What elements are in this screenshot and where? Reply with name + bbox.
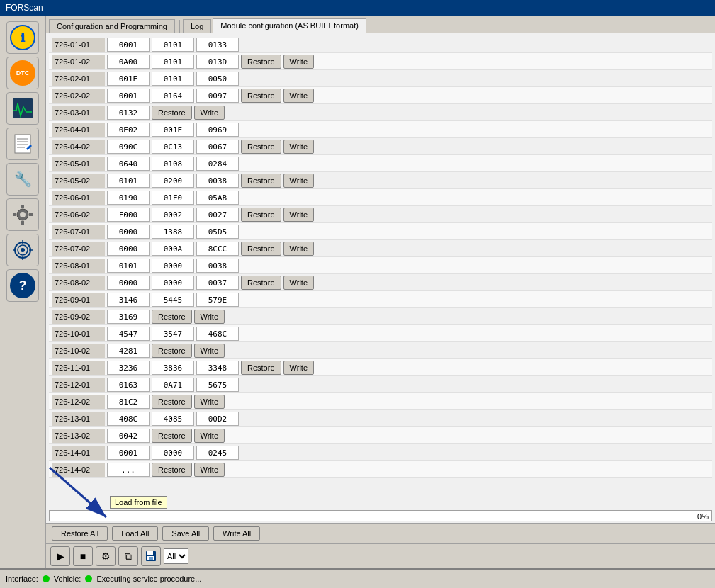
restore-button[interactable]: Restore [241,276,281,290]
cell-col2[interactable]: 3836 [152,361,194,375]
cell-col1[interactable]: 0A00 [107,55,150,69]
restore-button[interactable]: Restore [241,208,281,222]
write-button[interactable]: Write [194,344,225,358]
restore-button[interactable]: Restore [241,55,281,69]
cell-col3[interactable]: 0038 [196,174,239,188]
cell-col1[interactable]: 0190 [107,191,150,205]
write-all-button[interactable]: Write All [213,526,260,541]
sidebar-item-info[interactable]: ℹ [6,21,39,54]
cell-col1[interactable]: 0000 [107,276,150,290]
restore-button[interactable]: Restore [241,361,281,375]
cell-col3[interactable]: 3348 [196,361,239,375]
cell-col1[interactable]: 090C [107,140,150,154]
cell-col3[interactable]: 5675 [196,378,239,392]
cell-col3[interactable]: 0284 [196,157,239,171]
cell-col3[interactable]: 0027 [196,208,239,222]
cell-col3[interactable]: 0097 [196,89,239,103]
cell-col2[interactable]: 0200 [152,174,194,188]
cell-col1[interactable]: 81C2 [107,395,150,409]
restore-button[interactable]: Restore [152,429,192,443]
cell-col2[interactable]: 4085 [152,412,194,426]
cell-col2[interactable]: 0164 [152,89,194,103]
cell-col1[interactable]: F000 [107,208,150,222]
cell-col1[interactable]: 3236 [107,361,150,375]
cell-col3[interactable]: 0133 [196,38,239,52]
write-button[interactable]: Write [283,140,314,154]
tab-log[interactable]: Log [183,19,211,33]
cell-col1[interactable]: 0001 [107,446,150,460]
cell-col3[interactable]: 05D5 [196,225,239,239]
cell-col2[interactable]: 01E0 [152,191,194,205]
save-button2[interactable] [141,546,161,566]
restore-button[interactable]: Restore [152,310,192,324]
cell-col1[interactable]: 0640 [107,157,150,171]
cell-col3[interactable]: 468C [196,327,239,341]
stop-button[interactable]: ■ [73,546,93,566]
cell-col2[interactable]: 0000 [152,446,194,460]
cell-col1[interactable]: 0001 [107,38,150,52]
cell-col1[interactable]: 0101 [107,259,150,273]
cell-col3[interactable]: 05AB [196,191,239,205]
cell-col2[interactable]: 001E [152,123,194,137]
write-button[interactable]: Write [194,310,225,324]
cell-col1[interactable]: 0101 [107,174,150,188]
cell-col2[interactable]: 0101 [152,55,194,69]
settings-button[interactable]: ⚙ [96,546,116,566]
cell-col3[interactable]: 0969 [196,123,239,137]
cell-col1[interactable]: 0001 [107,89,150,103]
write-button[interactable]: Write [194,429,225,443]
cell-col1[interactable]: 0042 [107,429,150,443]
sidebar-item-dtc[interactable]: DTC [6,57,39,89]
cell-col3[interactable]: 0245 [196,446,239,460]
cell-col1[interactable]: 001E [107,72,150,86]
cell-col2[interactable]: 0000 [152,276,194,290]
write-button[interactable]: Write [283,55,314,69]
cell-col2[interactable]: 0101 [152,72,194,86]
write-button[interactable]: Write [194,395,225,409]
sidebar-item-notepad[interactable] [6,128,39,160]
cell-col3[interactable]: 0067 [196,140,239,154]
restore-button[interactable]: Restore [152,344,192,358]
cell-col1[interactable]: 4547 [107,327,150,341]
restore-button[interactable]: Restore [241,89,281,103]
cell-col1[interactable]: 408C [107,412,150,426]
write-button[interactable]: Write [283,174,314,188]
restore-button[interactable]: Restore [152,106,192,120]
sidebar-item-settings[interactable] [6,198,39,231]
cell-col1[interactable]: 0132 [107,106,150,120]
cell-col3[interactable]: 0038 [196,259,239,273]
cell-col2[interactable]: 0002 [152,208,194,222]
write-button[interactable]: Write [194,463,225,477]
sidebar-item-target[interactable] [6,234,39,266]
sidebar-item-help[interactable]: ? [6,269,39,302]
cell-col3[interactable]: 8CCC [196,242,239,256]
cell-col2[interactable]: 0000 [152,259,194,273]
restore-button[interactable]: Restore [152,395,192,409]
write-button[interactable]: Write [283,361,314,375]
cell-col2[interactable]: 0C13 [152,140,194,154]
sidebar-item-wrench[interactable]: 🔧 [6,163,39,196]
cell-col2[interactable]: 0101 [152,38,194,52]
cell-col3[interactable]: 00D2 [196,412,239,426]
tab-config-programming[interactable]: Configuration and Programming [49,19,175,33]
cell-col2[interactable]: 0A71 [152,378,194,392]
cell-col2[interactable]: 000A [152,242,194,256]
cell-col3[interactable]: 0050 [196,72,239,86]
load-all-button[interactable]: Load All [112,526,158,541]
write-button[interactable]: Write [283,208,314,222]
tab-as-built[interactable]: Module configuration (AS BUILT format) [213,18,366,33]
cell-col1[interactable]: 0000 [107,225,150,239]
cell-col1[interactable]: 3169 [107,310,150,324]
write-button[interactable]: Write [194,106,225,120]
cell-col2[interactable]: 5445 [152,293,194,307]
restore-button[interactable]: Restore [241,174,281,188]
cell-col3[interactable]: 0037 [196,276,239,290]
restore-all-button[interactable]: Restore All [52,526,108,541]
filter-select[interactable]: All [164,548,188,564]
save-all-button[interactable]: Save All [162,526,209,541]
copy-button[interactable]: ⧉ [118,546,138,566]
sidebar-item-oscilloscope[interactable] [6,92,39,125]
cell-col1[interactable]: 0E02 [107,123,150,137]
cell-col1[interactable]: ... [107,463,150,477]
cell-col1[interactable]: 0000 [107,242,150,256]
